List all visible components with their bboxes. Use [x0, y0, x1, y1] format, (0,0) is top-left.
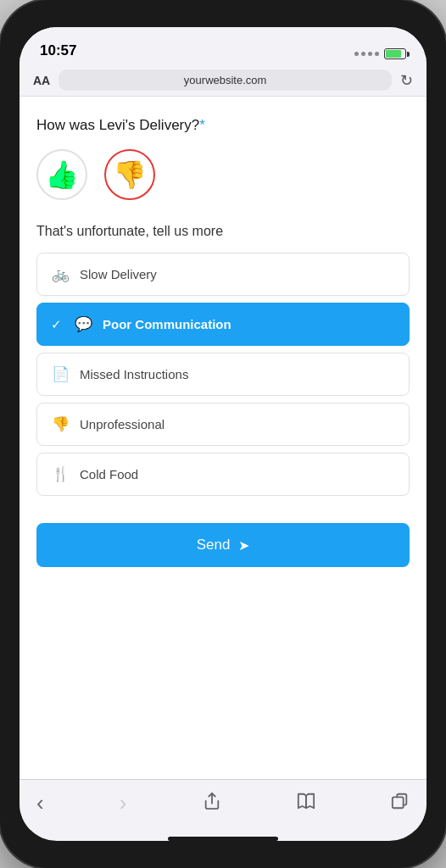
thumbs-down-button[interactable]: 👎 [104, 149, 155, 200]
send-icon: ➤ [238, 537, 249, 554]
subtitle-text: That's unfortunate, tell us more [36, 224, 410, 239]
back-button[interactable]: ‹ [36, 790, 44, 816]
fork-icon: 🍴 [51, 465, 70, 483]
phone-frame: 10:57 AA yourwebsite.com ↻ Ho [0, 0, 446, 868]
share-button[interactable] [203, 792, 221, 815]
signal-dots-icon [354, 52, 379, 56]
tabs-button[interactable] [391, 792, 410, 815]
browser-bar: AA yourwebsite.com ↻ [20, 64, 426, 97]
battery-icon [384, 48, 406, 59]
option-unprofessional[interactable]: 👎 Unprofessional [36, 403, 410, 446]
url-bar[interactable]: yourwebsite.com [59, 70, 392, 91]
page-content: How was Levi's Delivery?* 👍 👎 That's unf… [20, 97, 426, 779]
option-slow-delivery[interactable]: 🚲 Slow Delivery [36, 253, 410, 296]
rating-buttons: 👍 👎 [36, 149, 410, 200]
option-poor-communication[interactable]: ✓ 💬 Poor Communication [36, 303, 410, 346]
notch [164, 0, 282, 24]
question-label: How was Levi's Delivery?* [36, 117, 410, 134]
thumbs-down-icon: 👎 [113, 159, 147, 191]
browser-nav: ‹ › [20, 779, 426, 830]
chat-icon: 💬 [74, 315, 92, 333]
bike-icon: 🚲 [51, 265, 70, 283]
option-list: 🚲 Slow Delivery ✓ 💬 Poor Communication 📄… [36, 253, 410, 503]
send-button[interactable]: Send ➤ [36, 523, 410, 567]
option-unprofessional-label: Unprofessional [80, 417, 164, 431]
browser-aa-button[interactable]: AA [33, 74, 50, 87]
thumbs-up-icon: 👍 [45, 159, 79, 191]
phone-screen: 10:57 AA yourwebsite.com ↻ Ho [20, 27, 426, 841]
battery-fill [386, 50, 401, 58]
unprofessional-icon: 👎 [51, 415, 70, 433]
check-icon: ✓ [51, 317, 62, 332]
thumbs-up-button[interactable]: 👍 [36, 149, 87, 200]
option-missed-instructions[interactable]: 📄 Missed Instructions [36, 353, 410, 396]
reload-button[interactable]: ↻ [400, 71, 413, 90]
status-icons [354, 48, 406, 61]
home-bar [168, 837, 278, 841]
status-bar: 10:57 [20, 27, 426, 64]
option-missed-instructions-label: Missed Instructions [80, 367, 188, 381]
option-cold-food[interactable]: 🍴 Cold Food [36, 453, 410, 496]
option-poor-communication-label: Poor Communication [103, 317, 231, 331]
svg-rect-1 [393, 797, 404, 808]
forward-button[interactable]: › [120, 790, 127, 816]
document-icon: 📄 [51, 365, 70, 383]
status-time: 10:57 [40, 42, 76, 61]
bookmarks-button[interactable] [297, 792, 315, 815]
option-slow-delivery-label: Slow Delivery [80, 267, 157, 281]
send-button-label: Send [197, 537, 231, 554]
option-cold-food-label: Cold Food [80, 467, 138, 481]
